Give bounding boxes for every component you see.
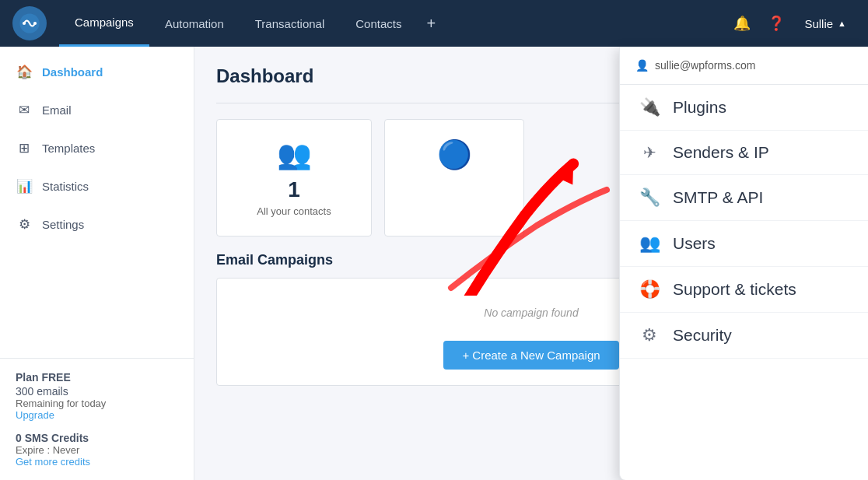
nav-automation[interactable]: Automation: [149, 0, 240, 47]
partial-card-icon: 🔵: [401, 138, 508, 171]
top-navigation: Campaigns Automation Transactional Conta…: [0, 0, 868, 47]
senders-icon: ✈: [639, 143, 660, 162]
sidebar-item-templates[interactable]: ⊞ Templates: [0, 129, 194, 167]
svg-point-1: [23, 22, 26, 25]
plan-title: Plan FREE: [16, 371, 178, 384]
contacts-label: All your contacts: [233, 205, 355, 217]
dropdown-item-smtp[interactable]: 🔧 SMTP & API: [620, 175, 868, 221]
sidebar-item-statistics[interactable]: 📊 Statistics: [0, 167, 194, 205]
sidebar-item-email[interactable]: ✉ Email: [0, 91, 194, 129]
create-campaign-button[interactable]: + Create a New Campaign: [443, 341, 618, 370]
user-menu-button[interactable]: Sullie ▲: [795, 8, 856, 39]
plan-remaining: Remaining for today: [16, 398, 178, 409]
sidebar-dashboard-label: Dashboard: [42, 65, 103, 79]
dropdown-item-plugins[interactable]: 🔌 Plugins: [620, 85, 868, 131]
help-button[interactable]: ❓: [761, 8, 792, 39]
contacts-card-icon: 👥: [233, 138, 355, 171]
user-avatar-icon: 👤: [635, 59, 649, 72]
security-icon: ⚙: [639, 325, 660, 345]
sidebar-statistics-label: Statistics: [42, 180, 89, 193]
senders-label: Senders & IP: [673, 143, 769, 162]
contacts-card: 👥 1 All your contacts: [216, 119, 372, 236]
sidebar-item-settings[interactable]: ⚙ Settings: [0, 205, 194, 244]
support-label: Support & tickets: [673, 280, 796, 299]
user-dropdown-menu: 👤 sullie@wpforms.com 🔌 Plugins ✈ Senders…: [619, 47, 868, 480]
smtp-label: SMTP & API: [673, 188, 763, 207]
sidebar-item-dashboard[interactable]: 🏠 Dashboard: [0, 53, 194, 91]
plugins-label: Plugins: [673, 98, 726, 117]
user-caret-icon: ▲: [838, 19, 846, 28]
sidebar-plan-info: Plan FREE 300 emails Remaining for today…: [0, 358, 194, 480]
dropdown-item-support[interactable]: 🛟 Support & tickets: [620, 267, 868, 313]
sms-expire: Expire : Never: [16, 444, 178, 456]
dropdown-user-email: 👤 sullie@wpforms.com: [620, 47, 868, 85]
svg-point-2: [33, 22, 37, 25]
get-credits-link[interactable]: Get more credits: [16, 456, 178, 468]
security-label: Security: [673, 326, 732, 345]
sms-section: 0 SMS Credits Expire : Never Get more cr…: [16, 432, 178, 468]
users-label: Users: [673, 234, 716, 253]
sidebar-settings-label: Settings: [42, 218, 84, 231]
sms-credits: 0 SMS Credits: [16, 432, 178, 444]
statistics-icon: 📊: [16, 178, 33, 194]
sidebar-email-label: Email: [42, 103, 72, 117]
email-icon: ✉: [16, 102, 33, 118]
dropdown-item-users[interactable]: 👥 Users: [620, 221, 868, 267]
sidebar-templates-label: Templates: [42, 142, 95, 155]
plugins-icon: 🔌: [639, 97, 660, 117]
templates-icon: ⊞: [16, 140, 33, 156]
dashboard-icon: 🏠: [16, 64, 33, 80]
notifications-button[interactable]: 🔔: [726, 8, 758, 39]
nav-contacts[interactable]: Contacts: [340, 0, 417, 47]
smtp-icon: 🔧: [639, 187, 660, 208]
logo[interactable]: [12, 6, 47, 40]
support-icon: 🛟: [639, 279, 660, 300]
contacts-count: 1: [233, 177, 355, 202]
plan-emails: 300 emails: [16, 385, 178, 398]
nav-plus-button[interactable]: +: [417, 0, 445, 47]
sidebar-navigation: 🏠 Dashboard ✉ Email ⊞ Templates 📊 Statis…: [0, 47, 194, 358]
nav-campaigns[interactable]: Campaigns: [59, 0, 149, 47]
partial-card: 🔵: [384, 119, 524, 236]
users-icon: 👥: [639, 233, 660, 254]
settings-icon: ⚙: [16, 216, 33, 233]
upgrade-link[interactable]: Upgrade: [16, 409, 178, 421]
user-name: Sullie: [804, 17, 833, 30]
nav-transactional[interactable]: Transactional: [240, 0, 341, 47]
dropdown-item-senders[interactable]: ✈ Senders & IP: [620, 131, 868, 175]
user-email-text: sullie@wpforms.com: [655, 59, 755, 72]
sidebar: 🏠 Dashboard ✉ Email ⊞ Templates 📊 Statis…: [0, 47, 194, 480]
dropdown-item-security[interactable]: ⚙ Security: [620, 313, 868, 359]
